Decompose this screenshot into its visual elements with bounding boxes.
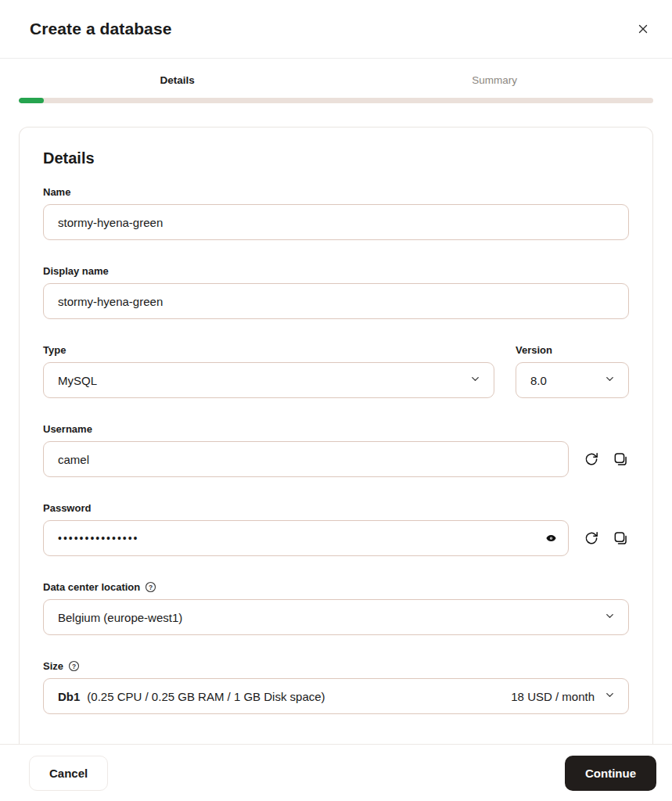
- type-version-row: Type MySQL Version 8.0: [43, 344, 629, 423]
- password-field-group: Password: [43, 502, 629, 556]
- password-label: Password: [43, 502, 629, 514]
- step-tab-summary[interactable]: Summary: [336, 74, 654, 86]
- location-label-text: Data center location: [43, 581, 140, 593]
- name-field-group: Name: [43, 186, 629, 240]
- username-input-row: [43, 441, 629, 477]
- section-heading: Details: [43, 149, 629, 167]
- chevron-down-icon: [604, 610, 616, 624]
- close-icon: [636, 22, 650, 36]
- version-field-group: Version 8.0: [516, 344, 629, 398]
- modal-footer: Cancel Continue: [0, 744, 672, 801]
- password-input-row: [43, 520, 629, 556]
- size-field-group: Size ? Db1 (0.25 CPU / 0.25 GB RAM / 1 G…: [43, 660, 629, 714]
- cancel-button[interactable]: Cancel: [29, 756, 108, 791]
- modal-title: Create a database: [30, 20, 171, 38]
- copy-password-button[interactable]: [612, 530, 629, 547]
- step-tab-details[interactable]: Details: [19, 74, 336, 86]
- details-card: Details Name Display name Type MySQL: [19, 127, 653, 744]
- display-name-field-group: Display name: [43, 265, 629, 319]
- type-select[interactable]: MySQL: [43, 362, 494, 398]
- location-label: Data center location ?: [43, 581, 629, 593]
- close-button[interactable]: [633, 19, 653, 39]
- help-icon[interactable]: ?: [145, 581, 156, 593]
- location-select[interactable]: Belgium (europe-west1): [43, 599, 629, 635]
- copy-icon: [613, 530, 628, 546]
- step-labels: Details Summary: [19, 74, 653, 86]
- display-name-label: Display name: [43, 265, 629, 277]
- location-select-value: Belgium (europe-west1): [58, 611, 182, 624]
- regenerate-icon: [584, 451, 599, 467]
- toggle-password-visibility-button[interactable]: [544, 531, 559, 546]
- chevron-down-icon: [469, 373, 481, 387]
- name-input[interactable]: [43, 204, 629, 240]
- version-select-value: 8.0: [530, 374, 547, 387]
- username-label: Username: [43, 423, 629, 435]
- modal-header: Create a database: [0, 0, 672, 59]
- regenerate-username-button[interactable]: [583, 451, 600, 468]
- help-icon[interactable]: ?: [68, 660, 80, 672]
- location-field-group: Data center location ? Belgium (europe-w…: [43, 581, 629, 635]
- version-label: Version: [516, 344, 629, 356]
- size-label: Size ?: [43, 660, 629, 672]
- size-price: 18 USD / month: [511, 690, 595, 703]
- username-input[interactable]: [43, 441, 569, 477]
- size-select-value: Db1 (0.25 CPU / 0.25 GB RAM / 1 GB Disk …: [58, 690, 325, 703]
- copy-icon: [613, 451, 628, 467]
- regenerate-icon: [584, 530, 599, 546]
- eye-icon: [545, 533, 557, 544]
- progress-track: [19, 98, 653, 103]
- name-label: Name: [43, 186, 629, 198]
- progress-fill: [19, 98, 44, 103]
- password-input[interactable]: [43, 520, 569, 556]
- copy-username-button[interactable]: [612, 451, 629, 468]
- form-scroll-area: Details Name Display name Type MySQL: [0, 103, 672, 744]
- size-specs: (0.25 CPU / 0.25 GB RAM / 1 GB Disk spac…: [87, 690, 325, 703]
- username-field-group: Username: [43, 423, 629, 477]
- stepper: Details Summary: [0, 59, 672, 103]
- chevron-down-icon: [604, 689, 616, 703]
- version-select[interactable]: 8.0: [516, 362, 629, 398]
- svg-text:?: ?: [149, 584, 153, 591]
- continue-button[interactable]: Continue: [565, 756, 656, 791]
- chevron-down-icon: [604, 373, 616, 387]
- size-select[interactable]: Db1 (0.25 CPU / 0.25 GB RAM / 1 GB Disk …: [43, 678, 629, 714]
- display-name-input[interactable]: [43, 283, 629, 319]
- type-field-group: Type MySQL: [43, 344, 494, 398]
- create-database-modal: Create a database Details Summary Detail…: [0, 0, 672, 801]
- type-select-value: MySQL: [58, 374, 97, 387]
- size-price-wrap: 18 USD / month: [511, 689, 616, 703]
- regenerate-password-button[interactable]: [583, 530, 600, 547]
- svg-text:?: ?: [72, 663, 76, 670]
- size-label-text: Size: [43, 660, 63, 672]
- size-plan: Db1: [58, 690, 80, 703]
- type-label: Type: [43, 344, 494, 356]
